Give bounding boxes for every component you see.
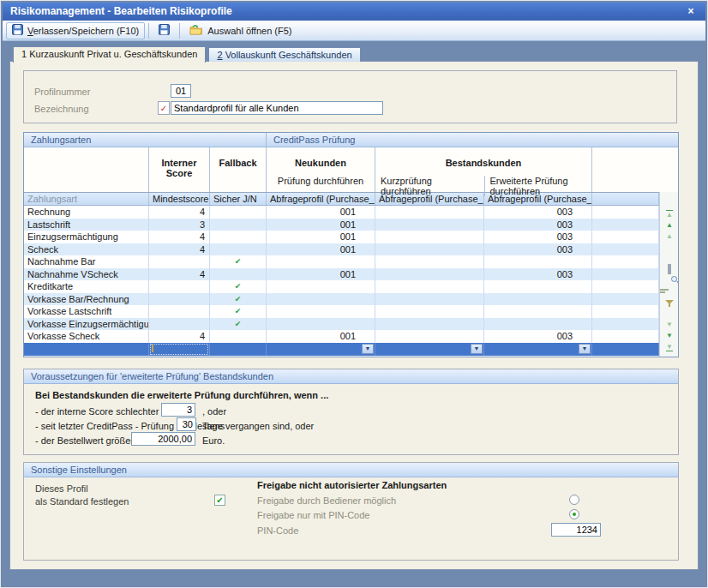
save-exit-button[interactable]: Verlassen/Speichern (F10) <box>6 22 145 39</box>
tab-kurzauskunft-label: 1 Kurzauskunft Privat u. Geschäftskunden <box>21 49 197 59</box>
prerequisites-group: Voraussetzungen für 'erweiterte Prüfung'… <box>23 369 679 455</box>
table-row[interactable]: Lastschrift3001003 <box>24 219 659 231</box>
dropdown-button[interactable]: ▼ <box>362 344 374 354</box>
days-condition-label: - seit letzter CreditPass - Prüfung mind… <box>35 419 225 433</box>
header-spacer <box>24 147 149 192</box>
header-neukunden: Neukunden <box>267 158 375 168</box>
main-panel: Profilnummer Bezeichnung ✓ Zahlungsarten… <box>9 61 699 570</box>
save-icon <box>159 24 170 37</box>
release-title: Freigabe nicht autorisierter Zahlungsart… <box>257 480 447 490</box>
grid-header: Interner Score Fallback Neukunden Prüfun… <box>24 147 678 193</box>
table-row[interactable]: Kreditkarte✔ <box>24 280 659 293</box>
table-row[interactable]: Vorkasse Bar/Rechnung✔ <box>24 293 659 306</box>
edit-cell-abfrageprofil-kurz[interactable]: ▼ <box>375 343 484 356</box>
score-condition-input[interactable] <box>161 403 195 417</box>
profile-number-label: Profilnummer <box>34 87 90 97</box>
table-row[interactable]: Vorkasse Einzugsermächtigung✔ <box>24 318 659 331</box>
profile-name-input[interactable] <box>171 101 383 115</box>
table-row[interactable]: Rechnung4001003 <box>24 206 659 219</box>
grid-column-titles: Zahlungsart Mindestscore Sicher J/N Abfr… <box>24 193 678 206</box>
toolbar-separator <box>179 23 180 39</box>
nav-prev-page-icon[interactable]: ▲ <box>660 232 679 240</box>
nav-prev-icon[interactable]: ▲ <box>660 221 679 229</box>
release-operator-radio[interactable] <box>569 495 579 505</box>
score-condition-suffix: , oder <box>202 405 226 418</box>
settings-group: Sonstige Einstellungen Dieses Profil als… <box>23 462 679 561</box>
days-condition-input[interactable] <box>177 417 196 431</box>
settings-title: Sonstige Einstellungen <box>24 463 678 477</box>
col-abfrageprofil-erw[interactable]: Abfrageprofil (Purchase_Type) <box>484 193 592 205</box>
toolbar: Verlassen/Speichern (F10) Auswahl öffnen… <box>3 21 705 41</box>
col-mindestscore[interactable]: Mindestscore <box>149 193 210 205</box>
save-button[interactable] <box>153 22 176 39</box>
prerequisites-intro: Bei Bestandskunden die erweiterte Prüfun… <box>35 390 328 400</box>
col-abfrageprofil-kurz[interactable]: Abfrageprofil (Purchase_Type) <box>375 193 484 205</box>
open-folder-icon <box>189 24 203 37</box>
save-exit-label: Verlassen/Speichern (F10) <box>27 26 139 36</box>
band-creditpass: CreditPass Prüfung <box>267 133 678 147</box>
nav-next-icon[interactable]: ▼ <box>660 332 679 339</box>
profile-name-label: Bezeichnung <box>34 104 89 114</box>
edit-row-selected[interactable]: ▼ ▼ ▼ <box>24 343 659 356</box>
release-operator-label: Freigabe durch Bediener möglich <box>257 495 396 506</box>
nav-first-icon[interactable]: ▲ <box>660 210 679 219</box>
order-value-condition-input[interactable] <box>131 432 195 446</box>
release-pin-radio[interactable] <box>569 509 579 519</box>
titlebar: Risikomanagement - Bearbeiten Risikoprof… <box>3 3 705 21</box>
grid-body: Rechnung4001003 Lastschrift3001003 Einzu… <box>24 206 659 357</box>
open-selection-label: Auswahl öffnen (F5) <box>207 26 291 36</box>
dropdown-button[interactable]: ▼ <box>579 344 591 354</box>
tab-kurzauskunft[interactable]: 1 Kurzauskunft Privat u. Geschäftskunden <box>13 46 206 63</box>
table-row[interactable]: Scheck4001003 <box>24 243 659 256</box>
pin-code-input[interactable] <box>551 523 601 537</box>
table-row[interactable]: Vorkasse Lastschrift✔ <box>24 305 659 318</box>
filter-icon[interactable] <box>660 300 679 307</box>
grid-navigator: ▲ ▲ ▲ ▼ ▼ ▼ <box>659 192 678 357</box>
header-interner-score: Interner Score <box>149 158 209 178</box>
profile-group: Profilnummer Bezeichnung ✓ <box>23 70 677 123</box>
app-window: Risikomanagement - Bearbeiten Risikoprof… <box>0 0 708 588</box>
dropdown-button[interactable]: ▼ <box>471 344 483 354</box>
header-bestandskunden: Bestandskunden <box>375 158 591 168</box>
spellcheck-icon[interactable]: ✓ <box>158 101 170 115</box>
table-row[interactable]: Nachnahme Bar✔ <box>24 255 659 268</box>
toolbar-separator <box>148 23 149 39</box>
tab-vollauskunft-label: 2 Vollauskunft Geschäftskunden <box>217 50 351 60</box>
release-pin-label: Freigabe nur mit PIN-Code <box>257 510 369 520</box>
table-row[interactable]: Nachnahme VScheck4001003 <box>24 268 659 281</box>
default-profile-label-2: als Standard festlegen <box>35 496 129 507</box>
default-profile-checkbox[interactable]: ✔ <box>214 495 225 506</box>
tab-vollauskunft[interactable]: 2 Vollauskunft Geschäftskunden <box>208 47 360 62</box>
header-fallback: Fallback <box>210 158 266 168</box>
col-sicher[interactable]: Sicher J/N <box>210 193 267 205</box>
edit-cell-abfrageprofil-neu[interactable]: ▼ <box>267 343 375 356</box>
edit-cell-mindestscore[interactable] <box>149 343 210 356</box>
profile-number-input[interactable] <box>171 84 191 98</box>
col-empty <box>592 193 659 205</box>
header-neukunden-sub: Prüfung durchführen <box>267 176 375 186</box>
col-zahlungsart[interactable]: Zahlungsart <box>24 193 149 205</box>
table-row[interactable]: Einzugsermächtigung4001003 <box>24 231 659 243</box>
nav-last-icon[interactable]: ▼ <box>660 343 679 351</box>
payment-grid-group: Zahlungsarten CreditPass Prüfung Interne… <box>23 132 679 357</box>
open-selection-button[interactable]: Auswahl öffnen (F5) <box>183 22 297 39</box>
nav-next-page-icon[interactable]: ▼ <box>660 321 679 328</box>
window-title: Risikomanagement - Bearbeiten Risikoprof… <box>10 5 232 17</box>
text-caret <box>152 345 153 352</box>
sort-icon[interactable] <box>660 288 679 293</box>
save-icon <box>12 24 23 37</box>
band-zahlungsarten: Zahlungsarten <box>24 133 267 147</box>
col-abfrageprofil-neu[interactable]: Abfrageprofil (Purchase_Type) <box>267 193 375 205</box>
header-spacer <box>592 147 677 192</box>
days-condition-suffix: Tage vergangen sind, oder <box>202 419 314 433</box>
prerequisites-title: Voraussetzungen für 'erweiterte Prüfung'… <box>24 369 678 384</box>
pin-code-label: PIN-Code <box>257 525 298 536</box>
edit-cell-abfrageprofil-erw[interactable]: ▼ <box>484 343 592 356</box>
columns-icon[interactable] <box>660 264 679 274</box>
default-profile-label-1: Dieses Profil <box>35 483 88 494</box>
tabstrip: 1 Kurzauskunft Privat u. Geschäftskunden… <box>13 45 361 62</box>
close-button[interactable]: × <box>683 3 699 21</box>
table-row[interactable]: Vorkasse Scheck4001003 <box>24 330 659 343</box>
order-value-condition-suffix: Euro. <box>202 434 225 447</box>
grid-band: Zahlungsarten CreditPass Prüfung <box>24 133 678 147</box>
